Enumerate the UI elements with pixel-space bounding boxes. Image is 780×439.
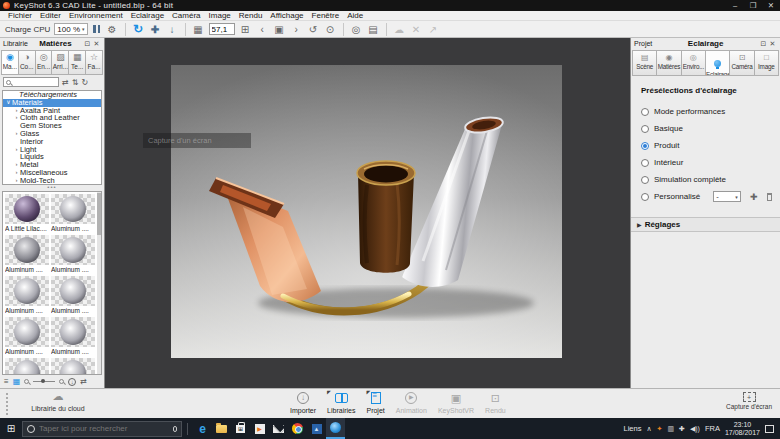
grid-view-icon[interactable]: ▦ xyxy=(13,377,21,386)
material-item[interactable] xyxy=(51,358,95,375)
material-item[interactable]: Aluminum .... xyxy=(51,194,95,233)
video-app-icon[interactable]: ▶ xyxy=(250,418,269,439)
camera-view-icon[interactable]: ▣ xyxy=(273,22,286,37)
close-panel-icon[interactable]: ✕ xyxy=(768,40,777,48)
material-item[interactable]: A Little Lilac.... xyxy=(5,194,49,233)
library-search-box[interactable] xyxy=(3,77,59,87)
radio-option-interieur[interactable]: Intérieur xyxy=(641,154,772,171)
float-panel-icon[interactable]: ⊡ xyxy=(759,40,768,48)
list-view-icon[interactable]: ≡ xyxy=(4,377,9,386)
gear-icon[interactable]: ⚙ xyxy=(106,22,119,37)
add-library-icon[interactable]: ⇅ xyxy=(72,78,79,87)
action-center-icon[interactable] xyxy=(765,425,774,433)
tab-eclairage[interactable]: Eclairage xyxy=(706,50,730,76)
antivirus-icon[interactable]: ✦ xyxy=(657,425,663,433)
tab-environnement[interactable]: ◎ Enviro... xyxy=(682,50,706,76)
import-folder-icon[interactable]: ⇄ xyxy=(80,377,87,386)
material-item[interactable]: Aluminum .... xyxy=(5,317,49,356)
next-view-icon[interactable]: › xyxy=(290,22,303,37)
lock-camera-icon[interactable]: ⊙ xyxy=(324,22,337,37)
grid-icon[interactable]: ▤ xyxy=(367,22,380,37)
dock-librairies[interactable]: ◤ Librairies xyxy=(325,390,357,415)
download-icon[interactable]: ↓ xyxy=(68,378,76,386)
tab-textures[interactable]: ▦ Te... xyxy=(69,50,86,75)
material-item[interactable] xyxy=(5,358,49,375)
material-item[interactable]: Aluminum .... xyxy=(5,235,49,274)
dock-projet[interactable]: ◤ Projet xyxy=(364,390,386,415)
turntable-icon[interactable]: ↺ xyxy=(307,22,320,37)
mail-icon[interactable] xyxy=(269,418,288,439)
material-item[interactable]: Aluminum .... xyxy=(5,276,49,315)
material-item[interactable]: Aluminum .... xyxy=(51,317,95,356)
tab-favoris[interactable]: ☆ Fa... xyxy=(86,50,103,75)
radio-option-basique[interactable]: Basique xyxy=(641,120,772,137)
tree-item[interactable]: › Glass xyxy=(3,130,101,138)
menu-affichage[interactable]: Affichage xyxy=(266,11,307,21)
menu-editer[interactable]: Editer xyxy=(36,11,65,21)
material-item[interactable]: Aluminum .... xyxy=(51,276,95,315)
pan-move-icon[interactable]: ✚ xyxy=(149,22,162,37)
radio-option-performance[interactable]: Mode performances xyxy=(641,103,772,120)
pen-input-icon[interactable]: ✚ xyxy=(679,425,685,433)
custom-preset-dropdown[interactable]: - ▾ xyxy=(713,191,741,202)
dock-keyshotvr[interactable]: ▣ KeyShotVR xyxy=(436,390,476,415)
dock-importer[interactable]: ↓ Importer xyxy=(288,390,318,415)
tree-item[interactable]: Gem Stones xyxy=(3,122,101,130)
radio-option-simulation[interactable]: Simulation complète xyxy=(641,171,772,188)
tab-matieres[interactable]: ◉ Matières xyxy=(657,50,681,76)
radio-option-produit[interactable]: Produit xyxy=(641,137,772,154)
zoom-out-icon[interactable] xyxy=(24,379,29,384)
keyshot-taskbar-icon[interactable] xyxy=(326,418,345,439)
cpu-percent-dropdown[interactable]: 100 % ▾ xyxy=(54,23,87,35)
close-panel-icon[interactable]: ✕ xyxy=(92,40,101,48)
taskbar-search-box[interactable] xyxy=(22,421,182,437)
menu-fichier[interactable]: Fichier xyxy=(4,11,36,21)
tab-environnements[interactable]: ◎ En... xyxy=(36,50,53,75)
store-icon[interactable]: ⊞ xyxy=(231,418,250,439)
reset-render-icon[interactable]: ↻ xyxy=(132,22,145,37)
add-view-icon[interactable]: ⊞ xyxy=(239,22,252,37)
radio-option-personnalise[interactable]: Personnalisé - ▾ ✚ xyxy=(641,188,772,205)
chrome-icon[interactable] xyxy=(288,418,307,439)
taskbar-search-input[interactable] xyxy=(39,424,169,433)
hidden-icons-chevron[interactable]: ∧ xyxy=(646,425,651,433)
tab-arriere-plans[interactable]: ▨ Arri... xyxy=(52,50,69,75)
microphone-icon[interactable] xyxy=(173,426,177,432)
material-item[interactable]: Aluminum .... xyxy=(51,235,95,274)
dock-rendu[interactable]: ⊡ Rendu xyxy=(483,390,508,415)
links-toolbar-label[interactable]: Liens xyxy=(623,424,641,433)
dolly-down-icon[interactable]: ↓ xyxy=(166,22,179,37)
add-preset-icon[interactable]: ✚ xyxy=(750,192,758,202)
taskbar-clock[interactable]: 23:10 17/08/2017 xyxy=(725,421,760,437)
region-render-icon[interactable]: ◎ xyxy=(350,22,363,37)
minimize-button[interactable]: – xyxy=(726,0,744,11)
time-value-input[interactable] xyxy=(209,23,235,35)
thumbnail-size-slider[interactable] xyxy=(33,381,55,382)
zoom-in-icon[interactable] xyxy=(59,379,64,384)
tab-scene[interactable]: ▤ Scène xyxy=(632,50,657,76)
menu-environnement[interactable]: Environnement xyxy=(65,11,127,21)
menu-camera[interactable]: Caméra xyxy=(168,11,204,21)
restore-button[interactable]: ❐ xyxy=(744,0,762,11)
float-panel-icon[interactable]: ⊡ xyxy=(83,40,92,48)
tree-item[interactable]: › Light xyxy=(3,146,101,154)
tree-item[interactable]: Interior xyxy=(3,138,101,146)
battery-icon[interactable]: ▥ xyxy=(667,425,674,433)
screenshot-button[interactable]: + Capture d'écran xyxy=(721,389,777,419)
menu-aide[interactable]: Aide xyxy=(343,11,367,21)
menu-image[interactable]: Image xyxy=(205,11,235,21)
tab-camera[interactable]: ⊡ Caméra xyxy=(730,50,754,76)
delete-preset-icon[interactable] xyxy=(767,193,772,201)
menu-fenetre[interactable]: Fenêtre xyxy=(308,11,344,21)
menu-eclairage[interactable]: Eclairage xyxy=(127,11,168,21)
close-button[interactable]: ✕ xyxy=(762,0,780,11)
tab-materiaux[interactable]: ◉ Ma... xyxy=(1,50,19,75)
refresh-icon[interactable]: ↻ xyxy=(81,78,88,87)
file-explorer-icon[interactable] xyxy=(212,418,231,439)
tree-item[interactable]: Liquids xyxy=(3,153,101,161)
viewport[interactable]: Capture d'un écran xyxy=(105,38,630,388)
tab-couleurs[interactable]: ◑ Co... xyxy=(19,50,36,75)
ruler-grid-icon[interactable]: ▦ xyxy=(192,22,205,37)
settings-section-header[interactable]: ▶ Réglages xyxy=(631,217,780,232)
import-library-icon[interactable]: ⇄ xyxy=(62,78,69,87)
